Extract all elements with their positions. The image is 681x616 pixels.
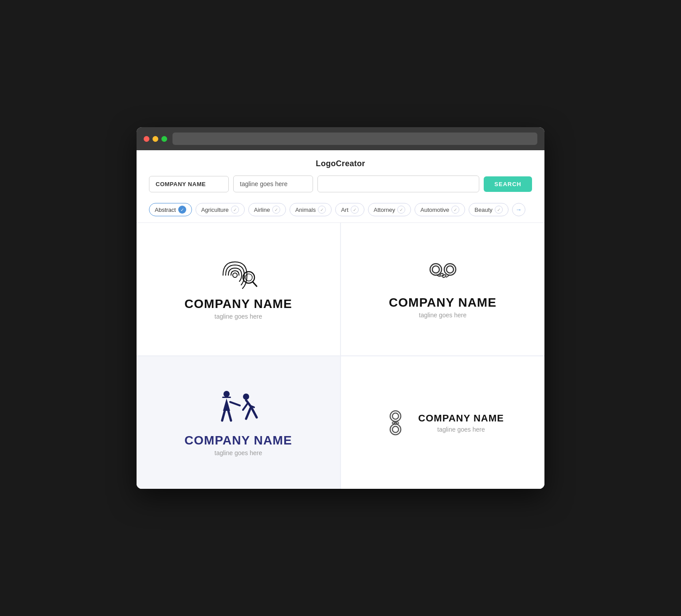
filter-chip-beauty[interactable]: Beauty xyxy=(469,203,508,216)
filter-check-icon xyxy=(351,206,359,214)
svg-point-25 xyxy=(392,426,399,433)
svg-point-2 xyxy=(245,274,252,281)
svg-line-18 xyxy=(243,404,247,410)
filter-chip-label: Art xyxy=(341,207,348,213)
app-content: LogoCreator SEARCH AbstractAgricultureAi… xyxy=(137,150,544,489)
svg-line-20 xyxy=(246,408,250,419)
svg-point-23 xyxy=(392,413,399,419)
logo1-company-name: COMPANY NAME xyxy=(184,297,292,311)
filter-chip-agriculture[interactable]: Agriculture xyxy=(196,203,245,216)
svg-point-22 xyxy=(390,411,401,421)
svg-line-3 xyxy=(253,282,257,286)
filter-chip-label: Automotive xyxy=(420,207,449,213)
tagline-input[interactable] xyxy=(233,175,313,192)
filter-check-icon xyxy=(178,206,186,214)
logo-card-2[interactable]: COMPANY NAME tagline goes here xyxy=(340,223,544,356)
filter-chip-airline[interactable]: Airline xyxy=(248,203,286,216)
svg-point-12 xyxy=(223,391,230,397)
logo4-text-group: COMPANY NAME tagline goes here xyxy=(418,413,504,433)
fingerprint-search-icon xyxy=(219,259,258,290)
company-name-input[interactable] xyxy=(149,176,229,192)
logo-card-3[interactable]: COMPANY NAME tagline goes here xyxy=(137,356,340,489)
filter-bar: AbstractAgricultureAirlineAnimalsArtAtto… xyxy=(137,199,544,223)
svg-point-17 xyxy=(243,394,249,400)
filter-next-button[interactable]: → xyxy=(512,203,525,216)
filter-check-icon xyxy=(231,206,239,214)
logo2-company-name: COMPANY NAME xyxy=(389,296,497,310)
svg-line-16 xyxy=(230,402,240,405)
filter-check-icon xyxy=(318,206,326,214)
filter-check-icon xyxy=(451,206,459,214)
keyword-input[interactable] xyxy=(317,175,479,192)
logo-grid: COMPANY NAME tagline goes here xyxy=(137,223,544,489)
svg-point-5 xyxy=(432,266,439,273)
svg-point-24 xyxy=(390,424,401,435)
traffic-lights xyxy=(144,136,167,142)
filter-chip-automotive[interactable]: Automotive xyxy=(415,203,465,216)
address-bar[interactable] xyxy=(172,133,537,145)
browser-window: LogoCreator SEARCH AbstractAgricultureAi… xyxy=(137,127,544,489)
logo-card-4[interactable]: COMPANY NAME tagline goes here xyxy=(340,356,544,489)
browser-chrome xyxy=(137,127,544,150)
app-title: LogoCreator xyxy=(137,150,544,175)
close-button[interactable] xyxy=(144,136,149,142)
filter-chip-label: Animals xyxy=(295,207,316,213)
svg-rect-13 xyxy=(222,397,231,398)
logo-card-1[interactable]: COMPANY NAME tagline goes here xyxy=(137,223,340,356)
minimize-button[interactable] xyxy=(153,136,158,142)
filter-check-icon xyxy=(495,206,503,214)
svg-point-7 xyxy=(446,266,454,273)
logo2-tagline: tagline goes here xyxy=(419,312,466,319)
search-button[interactable]: SEARCH xyxy=(484,176,532,192)
filter-check-icon xyxy=(397,206,405,214)
logo4-tagline: tagline goes here xyxy=(418,426,504,433)
maximize-button[interactable] xyxy=(161,136,167,142)
logo3-company-name: COMPANY NAME xyxy=(184,433,292,448)
arrest-icon xyxy=(214,389,263,426)
search-bar: SEARCH xyxy=(137,175,544,199)
filter-chip-label: Attorney xyxy=(374,207,395,213)
filter-chip-attorney[interactable]: Attorney xyxy=(368,203,411,216)
filter-chip-abstract[interactable]: Abstract xyxy=(149,203,192,216)
handcuffs-icon xyxy=(425,260,461,289)
svg-line-15 xyxy=(228,411,231,421)
filter-chip-label: Airline xyxy=(254,207,270,213)
filter-chip-label: Agriculture xyxy=(201,207,229,213)
handcuffs-small-icon xyxy=(381,408,410,437)
filter-check-icon xyxy=(272,206,280,214)
logo4-company-name: COMPANY NAME xyxy=(418,413,504,424)
filter-chip-label: Beauty xyxy=(474,207,492,213)
filter-chip-art[interactable]: Art xyxy=(335,203,364,216)
svg-point-0 xyxy=(233,273,237,277)
svg-line-14 xyxy=(222,411,225,421)
logo3-tagline: tagline goes here xyxy=(215,449,262,456)
filter-chip-animals[interactable]: Animals xyxy=(290,203,332,216)
filter-chip-label: Abstract xyxy=(155,207,176,213)
logo1-tagline: tagline goes here xyxy=(215,313,262,320)
svg-line-21 xyxy=(252,409,257,417)
